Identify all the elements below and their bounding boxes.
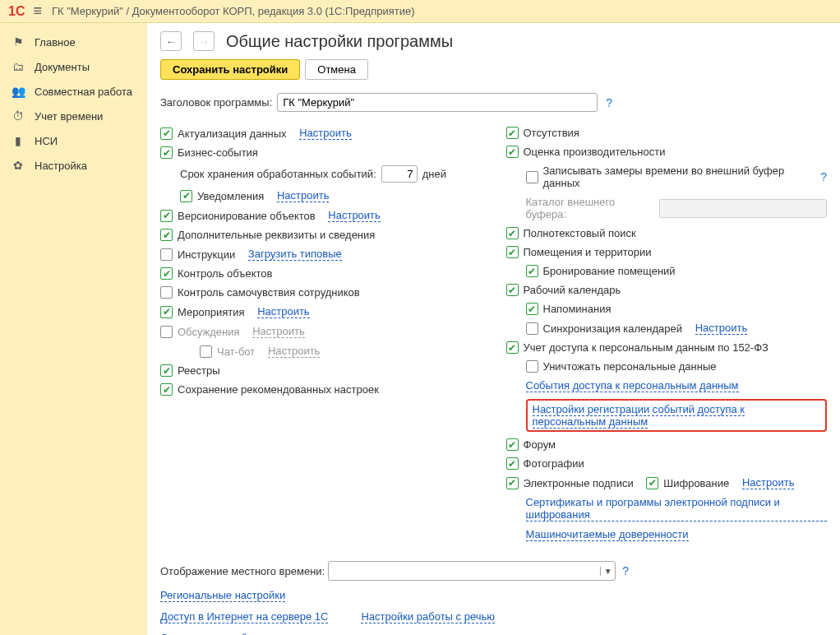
label-booking: Бронирование помещений <box>543 265 676 277</box>
checkbox-encrypt[interactable] <box>646 477 658 489</box>
checkbox-photos[interactable] <box>506 457 519 470</box>
link-configure-events[interactable]: Настроить <box>257 305 310 318</box>
sidebar-label: Документы <box>35 61 90 73</box>
checkbox-control-objects[interactable] <box>160 267 173 280</box>
perf-catalog-input <box>659 199 827 218</box>
checkbox-extra-attrs[interactable] <box>160 229 173 241</box>
sidebar-label: Главное <box>35 36 76 49</box>
label-events: Мероприятия <box>178 306 245 318</box>
link-pdn-settings[interactable]: Настройки регистрации событий доступа к … <box>533 403 745 429</box>
retention-input[interactable] <box>381 165 418 183</box>
link-configure-cal-sync[interactable]: Настроить <box>695 322 748 335</box>
sidebar-item-documents[interactable]: 🗂 Документы <box>0 54 147 79</box>
checkbox-registries[interactable] <box>160 364 173 377</box>
label-extra-attrs: Дополнительные реквизиты и сведения <box>178 229 375 241</box>
label-instructions: Инструкции <box>178 248 235 261</box>
highlight-pdn-settings: Настройки регистрации событий доступа к … <box>526 399 828 432</box>
link-configure-discussions[interactable]: Настроить <box>252 325 305 338</box>
sidebar: ⚑ Главное 🗂 Документы 👥 Совместная работ… <box>0 23 147 635</box>
label-chatbot: Чат-бот <box>217 345 255 358</box>
checkbox-notifications[interactable] <box>180 190 192 202</box>
checkbox-booking[interactable] <box>526 265 538 277</box>
menu-burger-icon[interactable]: ≡ <box>33 2 42 20</box>
chevron-down-icon[interactable]: ▼ <box>600 567 615 576</box>
checkbox-perf[interactable] <box>506 146 519 158</box>
nav-back-button[interactable]: ← <box>160 31 182 51</box>
label-esign: Электронные подписи <box>524 477 634 489</box>
help-icon[interactable]: ? <box>622 564 629 577</box>
link-machine-readable[interactable]: Машиночитаемые доверенности <box>526 528 689 541</box>
label-control-health: Контроль самочувствия сотрудников <box>178 286 360 299</box>
clock-icon: ⏱ <box>12 109 25 123</box>
checkbox-esign[interactable] <box>506 477 519 489</box>
save-button[interactable]: Сохранить настройки <box>160 59 300 80</box>
label-control-objects: Контроль объектов <box>178 267 272 280</box>
label-retention-unit: дней <box>422 168 446 180</box>
checkbox-business[interactable] <box>160 146 173 159</box>
label-pdn-destroy: Уничтожать персональные данные <box>543 360 717 373</box>
label-forum: Форум <box>524 438 556 451</box>
link-configure-actualize[interactable]: Настроить <box>299 127 352 140</box>
sidebar-item-nsi[interactable]: ▮ НСИ <box>0 128 147 153</box>
label-cal-sync: Синхронизация календарей <box>543 322 683 335</box>
checkbox-pdn[interactable] <box>506 341 519 354</box>
page-title: Общие настройки программы <box>226 32 453 51</box>
sidebar-label: НСИ <box>35 135 58 147</box>
localtime-select[interactable]: ▼ <box>328 561 616 581</box>
label-localtime: Отображение местного времени: <box>160 565 325 577</box>
help-icon[interactable]: ? <box>606 96 612 109</box>
program-title-label: Заголовок программы: <box>160 96 272 109</box>
label-perf-write: Записывать замеры времени во внешний буф… <box>543 165 813 189</box>
link-certs[interactable]: Сертификаты и программы электронной подп… <box>526 496 828 521</box>
checkbox-calendar[interactable] <box>506 284 519 296</box>
checkbox-cal-sync[interactable] <box>526 322 538 335</box>
checkbox-rooms[interactable] <box>506 246 519 258</box>
sidebar-item-settings[interactable]: ✿ Настройка <box>0 153 147 178</box>
label-rooms: Помещения и территории <box>524 246 652 258</box>
nav-forward-button[interactable]: → <box>193 31 215 51</box>
logo-1c: 1С <box>8 4 25 19</box>
checkbox-forum[interactable] <box>506 438 519 451</box>
link-speech[interactable]: Настройки работы с речью <box>361 610 495 623</box>
program-title-input[interactable] <box>277 93 598 112</box>
help-icon[interactable]: ? <box>820 170 827 183</box>
link-regional[interactable]: Региональные настройки <box>160 589 285 602</box>
checkbox-fulltext[interactable] <box>506 227 519 239</box>
checkbox-instructions[interactable] <box>160 248 173 261</box>
link-internet[interactable]: Доступ в Интернет на сервере 1С <box>160 610 328 623</box>
checkbox-discussions[interactable] <box>160 326 173 338</box>
checkbox-events[interactable] <box>160 306 173 318</box>
link-configure-notifications[interactable]: Настроить <box>277 189 330 202</box>
link-load-typical[interactable]: Загрузить типовые <box>248 248 342 261</box>
book-icon: ▮ <box>12 134 25 147</box>
label-versioning: Версионирование объектов <box>178 210 316 222</box>
label-notifications: Уведомления <box>197 190 264 202</box>
checkbox-pdn-destroy[interactable] <box>526 360 538 373</box>
link-queue[interactable]: Очередь заданий <box>160 632 247 635</box>
folder-icon: 🗂 <box>12 60 25 73</box>
checkbox-control-health[interactable] <box>160 286 173 299</box>
sidebar-label: Учет времени <box>35 110 103 123</box>
label-actualize: Актуализация данных <box>178 127 287 140</box>
label-absence: Отсутствия <box>524 127 579 139</box>
link-configure-versioning[interactable]: Настроить <box>328 209 381 222</box>
checkbox-absence[interactable] <box>506 127 519 139</box>
link-configure-esign[interactable]: Настроить <box>742 476 795 489</box>
link-pdn-events[interactable]: События доступа к персональным данным <box>526 379 739 392</box>
users-icon: 👥 <box>12 85 25 98</box>
checkbox-actualize[interactable] <box>160 127 173 140</box>
sidebar-label: Настройка <box>35 160 87 172</box>
checkbox-save-recommended[interactable] <box>160 383 173 396</box>
sidebar-item-main[interactable]: ⚑ Главное <box>0 30 147 54</box>
sidebar-item-time[interactable]: ⏱ Учет времени <box>0 104 147 128</box>
label-encrypt: Шифрование <box>663 477 729 489</box>
checkbox-perf-write[interactable] <box>526 171 538 183</box>
flag-icon: ⚑ <box>12 35 25 49</box>
checkbox-reminders[interactable] <box>526 303 538 315</box>
label-save-recommended: Сохранение рекомендованных настроек <box>178 383 379 396</box>
label-registries: Реестры <box>178 364 220 377</box>
sidebar-item-collab[interactable]: 👥 Совместная работа <box>0 79 147 104</box>
cancel-button[interactable]: Отмена <box>305 59 368 80</box>
label-perf: Оценка производительности <box>524 146 666 158</box>
checkbox-versioning[interactable] <box>160 210 173 222</box>
